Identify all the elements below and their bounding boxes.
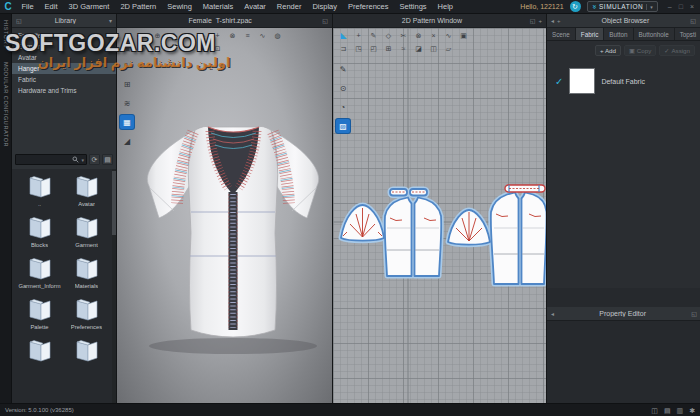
menu-item[interactable]: Materials bbox=[197, 0, 238, 14]
library-category[interactable]: Avatar bbox=[12, 52, 116, 63]
object-browser-tab[interactable]: Fabric bbox=[576, 28, 605, 40]
tool-icon[interactable]: ✂ bbox=[397, 30, 410, 41]
add-panel-icon[interactable]: + bbox=[557, 14, 561, 28]
pin-icon[interactable]: ▾ bbox=[109, 14, 112, 28]
tool-icon[interactable]: ◔ bbox=[336, 100, 350, 114]
folder-item[interactable]: .. bbox=[16, 175, 63, 207]
garment-tab[interactable]: Female_T-shirt.zpac bbox=[121, 17, 319, 24]
library-category[interactable]: Hanger bbox=[12, 63, 116, 74]
tool-icon[interactable]: ↻ bbox=[136, 30, 149, 41]
tool-icon[interactable]: ◣ bbox=[337, 30, 350, 41]
tool-icon[interactable]: ⊟ bbox=[151, 43, 164, 54]
tool-icon[interactable]: ⊞ bbox=[382, 43, 395, 54]
canvas-2d[interactable]: ◣+✎◇✂⊗×∿▣ ⊐◳◰⊞≈◪◫▱ ✎⊙◔▨ bbox=[333, 28, 547, 403]
tool-icon[interactable]: ✎ bbox=[367, 30, 380, 41]
tool-icon[interactable]: ∿ bbox=[442, 30, 455, 41]
tool-icon[interactable]: ⊕ bbox=[151, 30, 164, 41]
tool-icon[interactable]: ⊗ bbox=[412, 30, 425, 41]
menu-item[interactable]: Edit bbox=[39, 0, 63, 14]
tool-icon[interactable]: ▣ bbox=[121, 43, 134, 54]
tool-icon[interactable]: ∿ bbox=[256, 30, 269, 41]
collapse-panel-icon[interactable]: ◂ bbox=[551, 307, 554, 321]
library-category[interactable]: Fabric bbox=[12, 74, 116, 85]
tool-icon[interactable]: ↖ bbox=[120, 58, 134, 72]
assign-fabric-button[interactable]: ✓ Assign bbox=[659, 45, 695, 56]
pattern-pieces[interactable] bbox=[333, 28, 547, 403]
tool-icon[interactable]: ▤ bbox=[181, 43, 194, 54]
menu-item[interactable]: 3D Garment bbox=[63, 0, 115, 14]
tool-icon[interactable]: + bbox=[352, 30, 365, 41]
layout-mode-icon[interactable]: ✱ bbox=[689, 404, 695, 416]
rail-tab[interactable]: MODULAR CONFIGURATOR bbox=[3, 62, 9, 147]
tool-icon[interactable]: ⊙ bbox=[336, 81, 350, 95]
menu-item[interactable]: Display bbox=[307, 0, 343, 14]
layout-mode-icon[interactable]: ▥ bbox=[677, 404, 684, 416]
object-browser-tab[interactable]: Button bbox=[604, 28, 633, 40]
fabric-list-item[interactable]: ✓ Default Fabric bbox=[547, 60, 700, 102]
library-category[interactable]: Garment bbox=[12, 41, 116, 52]
float-panel-icon[interactable]: ◱ bbox=[690, 14, 696, 28]
library-search-input[interactable]: ▾ bbox=[15, 154, 87, 165]
tool-icon[interactable]: ◫ bbox=[427, 43, 440, 54]
menu-item[interactable]: Preferences bbox=[343, 0, 394, 14]
tool-icon[interactable]: + bbox=[211, 30, 224, 41]
tool-icon[interactable]: ⊗ bbox=[226, 30, 239, 41]
tool-icon[interactable]: ≋ bbox=[120, 96, 134, 110]
tool-icon[interactable]: ◢ bbox=[120, 134, 134, 148]
tool-icon[interactable]: ↺ bbox=[121, 30, 134, 41]
tool-icon[interactable]: ◇ bbox=[382, 30, 395, 41]
window-control-button[interactable]: × bbox=[690, 0, 694, 14]
tool-icon[interactable]: ◇ bbox=[196, 30, 209, 41]
canvas-3d[interactable]: ↺↻⊕⊞▦◇+⊗≡∿◍ ▣◉⊟◧▤◈⊡ ↖⊞≋▦◢ bbox=[117, 28, 332, 403]
float-panel-icon[interactable]: ◱ bbox=[322, 14, 328, 28]
float-panel-icon[interactable]: ◱ bbox=[530, 14, 536, 28]
fabric-swatch[interactable] bbox=[569, 68, 595, 94]
folder-item[interactable]: Avatar bbox=[63, 175, 110, 207]
tshirt-3d-render[interactable] bbox=[117, 28, 332, 403]
tool-icon[interactable]: ◉ bbox=[136, 43, 149, 54]
layout-mode-icon[interactable]: ◫ bbox=[651, 404, 658, 416]
menu-item[interactable]: Sewing bbox=[162, 0, 198, 14]
tool-icon[interactable]: ◧ bbox=[166, 43, 179, 54]
view-mode-button[interactable]: ▤ bbox=[102, 154, 113, 165]
account-badge-icon[interactable]: ↻ bbox=[570, 1, 581, 12]
tool-icon[interactable]: ▨ bbox=[336, 119, 350, 133]
tool-icon[interactable]: ≡ bbox=[241, 30, 254, 41]
folder-item[interactable]: Palette bbox=[16, 298, 63, 330]
object-browser-tab[interactable]: Scene bbox=[547, 28, 576, 40]
add-tab-icon[interactable]: + bbox=[538, 14, 542, 28]
folder-scrollbar[interactable] bbox=[112, 169, 116, 403]
tool-icon[interactable]: ◳ bbox=[352, 43, 365, 54]
object-browser-tab[interactable]: Buttonhole bbox=[634, 28, 675, 40]
simulation-dropdown-icon[interactable]: ▾ bbox=[646, 4, 653, 10]
folder-item[interactable]: Blocks bbox=[16, 216, 63, 248]
menu-item[interactable]: File bbox=[16, 0, 39, 14]
window-control-button[interactable]: □ bbox=[679, 0, 683, 14]
tool-icon[interactable]: ⊐ bbox=[337, 43, 350, 54]
refresh-button[interactable]: ⟳ bbox=[89, 154, 100, 165]
tool-icon[interactable]: ✎ bbox=[336, 62, 350, 76]
menu-item[interactable]: Render bbox=[271, 0, 307, 14]
tool-icon[interactable]: ▣ bbox=[457, 30, 470, 41]
simulation-button[interactable]: » SIMULATION ▾ bbox=[587, 1, 658, 12]
tool-icon[interactable]: ⊞ bbox=[120, 77, 134, 91]
menu-item[interactable]: Help bbox=[432, 0, 458, 14]
folder-item[interactable]: Materials bbox=[63, 257, 110, 289]
tool-icon[interactable]: ▦ bbox=[120, 115, 134, 129]
collapse-panel-icon[interactable]: ◂ bbox=[551, 14, 554, 28]
tool-icon[interactable]: ◈ bbox=[196, 43, 209, 54]
object-browser-tab[interactable]: Topsti bbox=[675, 28, 700, 40]
search-options-caret-icon[interactable]: ▾ bbox=[81, 157, 84, 163]
menu-item[interactable]: 2D Pattern bbox=[115, 0, 162, 14]
tool-icon[interactable]: ◍ bbox=[271, 30, 284, 41]
float-panel-icon[interactable]: ◱ bbox=[691, 307, 697, 321]
tool-icon[interactable]: × bbox=[427, 30, 440, 41]
tool-icon[interactable]: ▱ bbox=[442, 43, 455, 54]
tool-icon[interactable]: ◪ bbox=[412, 43, 425, 54]
tool-icon[interactable]: ⊡ bbox=[211, 43, 224, 54]
add-fabric-button[interactable]: + Add bbox=[595, 45, 621, 56]
copy-fabric-button[interactable]: ▣ Copy bbox=[624, 45, 656, 56]
folder-item[interactable]: Preferences bbox=[63, 298, 110, 330]
menu-item[interactable]: Avatar bbox=[239, 0, 272, 14]
folder-item[interactable]: Garment_Inform bbox=[16, 257, 63, 289]
